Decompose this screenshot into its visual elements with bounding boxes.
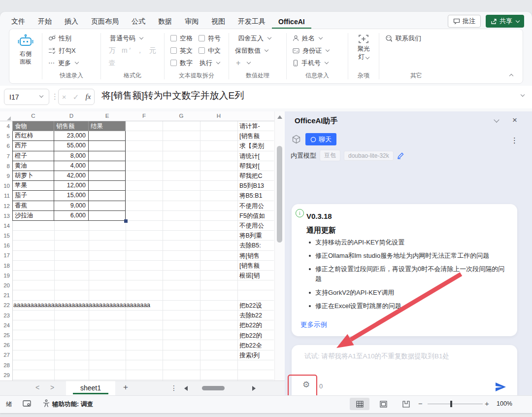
zoom-slider-track[interactable] xyxy=(428,404,483,404)
row-header[interactable]: 22 xyxy=(0,300,12,310)
expand-formula-bar-icon[interactable] xyxy=(521,93,525,97)
table-cell[interactable]: 苹果 xyxy=(12,181,54,191)
table-cell[interactable]: 橙子 xyxy=(12,151,54,161)
zoom-slider-thumb[interactable] xyxy=(450,401,452,407)
table-cell[interactable]: 4,000 xyxy=(54,161,89,171)
table-cell[interactable]: 42,000 xyxy=(54,171,89,181)
zoom-in-button[interactable]: + xyxy=(485,399,489,408)
right-panel-button[interactable] xyxy=(18,32,33,50)
table-cell[interactable] xyxy=(89,151,126,161)
row-header[interactable]: 5 xyxy=(0,131,12,141)
chat-input-card[interactable]: 试试: 请帮我将A1至A10的不重复数据提取到B1处 ⚙ 0 xyxy=(292,345,517,395)
comments-button[interactable]: 批注 xyxy=(448,15,481,28)
chinese-checkbox[interactable] xyxy=(199,47,205,54)
table-cell[interactable]: 香蕉 xyxy=(12,201,54,211)
space-checkbox[interactable] xyxy=(170,35,177,41)
gender-button[interactable]: 性别 xyxy=(42,32,100,44)
round-dropdown[interactable]: 四舍五入 xyxy=(229,32,286,44)
table-cell[interactable]: 西芹 xyxy=(12,141,54,151)
row-header[interactable]: 6 xyxy=(0,141,12,151)
row-header[interactable]: 15 xyxy=(0,231,12,241)
sheet-tab-active[interactable]: sheet1 xyxy=(66,381,115,395)
phone-dropdown[interactable]: 手机号 xyxy=(287,57,348,69)
cell-row22-text[interactable]: aaaaaaaaaaaaaaaaaaaaaaaaaaaaaaaaaaaaaaaa xyxy=(13,302,150,309)
table-cell[interactable]: 15,000 xyxy=(54,191,89,201)
row-header[interactable]: 13 xyxy=(0,211,12,221)
row-header[interactable]: 29 xyxy=(0,370,12,380)
page-break-view-button[interactable] xyxy=(396,398,416,410)
row-header[interactable]: 17 xyxy=(0,250,12,260)
row-header[interactable]: 18 xyxy=(0,261,12,271)
symbol-checkbox[interactable] xyxy=(199,35,205,41)
edit-model-icon[interactable] xyxy=(397,152,404,159)
contact-us-button[interactable]: 联系我们 xyxy=(379,32,453,44)
table-cell[interactable] xyxy=(89,131,126,141)
spreadsheet-grid[interactable]: C D E F G H 4 5 6 7 8 9 10 11 12 13 14 1… xyxy=(0,111,285,391)
model-tag-name[interactable]: doubao-lite-32k xyxy=(344,151,394,161)
tab-insert[interactable]: 插入 xyxy=(58,15,85,30)
id-card-dropdown[interactable]: 身份证 xyxy=(287,44,348,57)
more-button[interactable]: ⋯ 更多 xyxy=(42,57,100,69)
row-header[interactable]: 7 xyxy=(0,151,12,161)
table-cell[interactable] xyxy=(89,161,126,171)
row-header[interactable]: 23 xyxy=(0,311,12,320)
insert-function-button[interactable]: fx xyxy=(86,93,91,101)
table-header-cell[interactable]: 销售额 xyxy=(54,121,89,131)
row-header[interactable]: 20 xyxy=(0,280,12,290)
table-cell[interactable] xyxy=(89,191,126,201)
vertical-scrollbar-thumb[interactable] xyxy=(277,146,282,243)
name-box[interactable]: I17 xyxy=(4,89,49,105)
row-header[interactable]: 25 xyxy=(0,330,12,340)
table-cell[interactable]: 胡萝卜 xyxy=(12,171,54,181)
chat-tab[interactable]: 聊天 xyxy=(305,133,336,145)
row-header[interactable]: 4 xyxy=(0,121,12,131)
page-layout-view-button[interactable] xyxy=(373,398,393,410)
row-header[interactable]: 21 xyxy=(0,290,12,300)
table-cell[interactable]: 沙拉油 xyxy=(12,211,54,221)
column-header-e[interactable]: E xyxy=(89,111,126,121)
select-all-corner[interactable] xyxy=(7,116,11,120)
row-header[interactable]: 24 xyxy=(0,320,12,330)
table-cell[interactable]: 黄油 xyxy=(12,161,54,171)
row-header[interactable]: 9 xyxy=(0,171,12,181)
tab-data[interactable]: 数据 xyxy=(152,15,178,30)
next-sheet-button[interactable]: > xyxy=(50,383,54,391)
keep-value-dropdown[interactable]: 保留数值 xyxy=(229,44,286,57)
panel-collapse-icon[interactable] xyxy=(494,117,499,122)
row-header[interactable]: 10 xyxy=(0,181,12,191)
column-header-c[interactable]: C xyxy=(12,111,54,121)
row-header[interactable]: 12 xyxy=(0,201,12,211)
table-cell[interactable]: 55,000 xyxy=(54,141,89,151)
row-header[interactable]: 26 xyxy=(0,340,12,350)
row-header[interactable]: 8 xyxy=(0,161,12,171)
tab-formulas[interactable]: 公式 xyxy=(125,15,152,30)
macro-record-icon[interactable] xyxy=(23,400,31,408)
english-checkbox[interactable] xyxy=(170,47,177,54)
horizontal-scrollbar-thumb[interactable] xyxy=(202,386,225,390)
fill-handle[interactable] xyxy=(124,219,128,223)
table-cell[interactable]: 西红柿 xyxy=(12,131,54,141)
check-x-button[interactable]: 打勾X xyxy=(42,44,100,57)
tab-developer[interactable]: 开发工具 xyxy=(232,15,272,30)
digit-checkbox[interactable] xyxy=(170,60,177,66)
collapse-ribbon-icon[interactable] xyxy=(509,74,513,78)
share-button[interactable]: 共享 xyxy=(486,15,524,28)
row-header[interactable]: 11 xyxy=(0,191,12,201)
name-dropdown[interactable]: 姓名 xyxy=(287,32,348,44)
tab-file[interactable]: 文件 xyxy=(5,15,32,30)
spotlight-button-label[interactable]: 聚光 灯 xyxy=(358,45,370,61)
zoom-out-button[interactable]: − xyxy=(418,399,423,408)
more-examples-link[interactable]: 更多示例 xyxy=(300,320,327,329)
panel-close-icon[interactable]: × xyxy=(512,115,517,125)
tab-home[interactable]: 开始 xyxy=(32,15,58,30)
tab-view[interactable]: 视图 xyxy=(205,15,232,30)
chinese-numeral-button[interactable]: 壹 xyxy=(101,57,164,69)
table-cell[interactable] xyxy=(89,171,126,181)
table-cell[interactable] xyxy=(89,181,126,191)
row-header[interactable]: 28 xyxy=(0,360,12,370)
column-header-h[interactable]: H xyxy=(200,111,237,121)
accessibility-status-text[interactable]: 辅助功能: 调查 xyxy=(52,400,93,409)
model-tag-provider[interactable]: 豆包 xyxy=(320,150,340,161)
row-header[interactable]: 19 xyxy=(0,271,12,280)
scroll-sheets-right-icon[interactable] xyxy=(252,386,256,391)
